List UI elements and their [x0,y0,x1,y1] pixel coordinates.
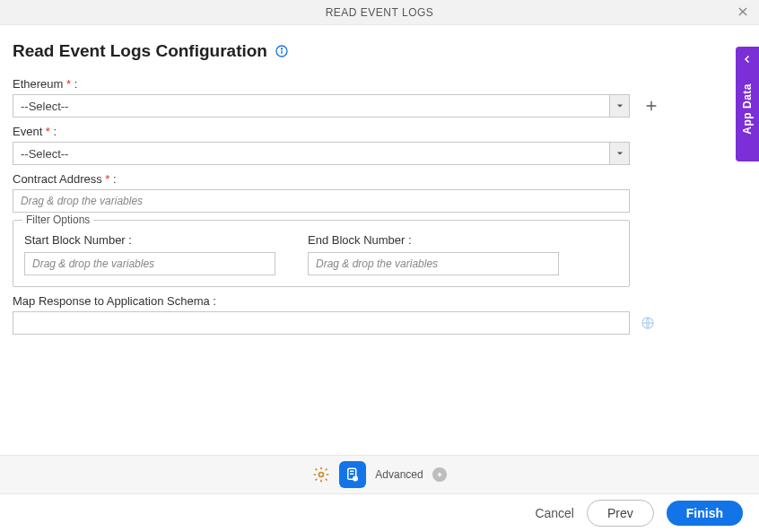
gear-icon[interactable] [312,466,330,484]
cancel-button[interactable]: Cancel [535,506,574,520]
chevron-down-icon [609,143,629,164]
chevron-left-icon [742,54,753,67]
start-block-input[interactable] [24,252,275,275]
close-icon [737,5,749,21]
info-icon[interactable] [275,44,289,58]
close-button[interactable] [734,4,752,22]
map-response-input[interactable] [13,311,630,335]
contract-label: Contract Address * : [13,172,746,186]
bottom-toolbar: Advanced [0,455,759,494]
svg-point-6 [355,478,357,480]
ethereum-select[interactable]: --Select-- [13,94,630,118]
advanced-label: Advanced [375,468,423,481]
end-block-input[interactable] [308,252,559,275]
advanced-add-button[interactable] [432,467,447,482]
preview-button[interactable] [339,461,366,488]
page-title-row: Read Event Logs Configuration [13,41,746,61]
filter-options-fieldset: Filter Options Start Block Number : End … [13,220,630,287]
event-label: Event * : [13,125,746,138]
filter-legend: Filter Options [22,214,93,226]
contract-input[interactable] [13,189,630,213]
dialog-footer: Cancel Prev Finish [0,494,759,532]
app-data-tab-label: App Data [741,83,754,135]
end-block-col: End Block Number : [308,233,559,275]
globe-icon[interactable] [641,316,655,330]
ethereum-row: Ethereum * : --Select-- [13,77,746,118]
event-select[interactable]: --Select-- [13,142,630,165]
content-area: Read Event Logs Configuration Ethereum *… [0,25,759,335]
dialog-title: READ EVENT LOGS [326,6,434,19]
finish-button[interactable]: Finish [667,501,743,526]
page-title: Read Event Logs Configuration [13,41,267,61]
map-response-row: Map Response to Application Schema : [13,294,746,335]
dialog-header: READ EVENT LOGS [0,0,759,25]
ethereum-select-value: --Select-- [13,100,609,113]
app-data-tab[interactable]: App Data [736,47,759,161]
event-select-value: --Select-- [13,147,609,161]
chevron-down-icon [609,95,629,117]
contract-row: Contract Address * : [13,172,746,213]
start-block-col: Start Block Number : [24,233,275,275]
prev-button[interactable]: Prev [587,500,654,527]
svg-point-1 [281,48,282,49]
svg-point-3 [319,473,324,477]
end-block-label: End Block Number : [308,233,559,247]
ethereum-label: Ethereum * : [13,77,746,91]
start-block-label: Start Block Number : [24,233,275,247]
map-response-label: Map Response to Application Schema : [13,294,746,308]
event-row: Event * : --Select-- [13,125,746,165]
add-ethereum-button[interactable] [641,95,662,117]
